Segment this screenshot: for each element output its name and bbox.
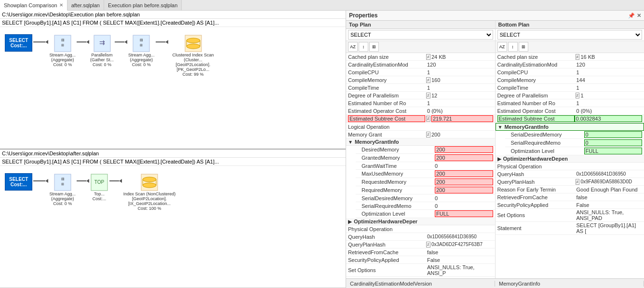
prop-query-hash-top: QueryHash 0x1D06566841D36950: [346, 233, 495, 241]
tab-showplan[interactable]: Showplan Comparison ✕: [0, 0, 67, 11]
optimizer-hardware-header-bottom[interactable]: ▶ OptimizerHardwareDepen: [496, 155, 644, 163]
node-index-scan-bottom[interactable]: Index Scan (NonClustered) [GeoIP2Locatio…: [123, 173, 176, 211]
sort-za-btn-top[interactable]: ↕: [359, 42, 368, 52]
prop-row-cached-size-bottom: Cached plan size ≠ 16 KB: [496, 53, 644, 61]
prop-serial-desired-top: SerialDesiredMemory 0: [356, 194, 495, 202]
prop-row-est-operator-bottom: Estimated Operator Cost 0 (0%): [496, 107, 644, 115]
svg-rect-18: [141, 174, 158, 191]
prop-row-logical-op-top: Logical Operation: [346, 123, 495, 131]
expand-icon: ▼: [498, 124, 503, 130]
top-plan-select-row: SELECT: [346, 29, 495, 41]
prop-row-est-rows-top: Estimated Number of Ro 1: [346, 99, 495, 107]
sort-az-btn-top[interactable]: AZ: [348, 42, 358, 52]
prop-row-cached-size-top: Cached plan size ≠ 24 KB: [346, 53, 495, 61]
clustered-scan-icon: [184, 34, 202, 53]
optimizer-hw-label-top: OptimizerHardwareDeper: [354, 219, 417, 224]
tab-after[interactable]: after.sqlplan: [67, 0, 104, 10]
prop-serial-required-top: SerialRequiredMemo 0: [356, 202, 495, 210]
pin-icon[interactable]: 📌: [628, 13, 635, 19]
prop-row-compilemem-bottom: CompileMemory 144: [496, 76, 644, 84]
prop-row-cardinality-top: CardinalityEstimationMod 120: [346, 61, 495, 69]
prop-requested-top: RequestedMemory 200: [356, 178, 495, 186]
optimizer-hw-label-bottom: OptimizerHardwareDepen: [503, 156, 568, 162]
svg-text:TOP: TOP: [94, 179, 105, 185]
prop-reason-early-bottom: Reason For Early Termin Good Enough Plan…: [496, 186, 644, 193]
tab-after-label: after.sqlplan: [71, 2, 100, 8]
node-stream-agg-top[interactable]: ▤ ⊞ Stream Agg... (Aggregate) Cost: 0 %: [49, 34, 76, 67]
memory-grant-info-header-bottom[interactable]: ▼ MemoryGrantInfo: [496, 123, 644, 131]
bottom-plan-label: Bottom Plan: [496, 21, 644, 29]
svg-text:▤: ▤: [61, 38, 64, 41]
prop-row-compilecpu-top: CompileCPU 1: [346, 69, 495, 76]
ne-indicator: ≠: [426, 93, 430, 98]
expand-icon: ▼: [348, 139, 353, 145]
tab-showplan-close[interactable]: ✕: [59, 2, 63, 8]
bottom-plan-query: SELECT [GroupBy1].[A1] AS [C1] FROM ( SE…: [0, 158, 346, 166]
prop-row-parallelism-top: Degree of Parallelism ≠ 12: [346, 92, 495, 99]
prop-serial-required-bottom: SerialRequiredMemo 0: [505, 139, 644, 147]
main-container: Showplan Comparison ✕ after.sqlplan Exec…: [0, 0, 644, 288]
ne-indicator: ≠: [576, 54, 580, 60]
prop-statement-bottom: Statement SELECT [GroupBy1].[A1] AS [: [496, 222, 644, 235]
close-icon[interactable]: ✕: [637, 13, 641, 19]
optimizer-hardware-header-top[interactable]: ▶ OptimizerHardwareDeper: [346, 218, 495, 225]
prop-query-plan-hash-bottom: QueryPlanHash ≠ 0x9FA869DA58863D0D: [496, 178, 644, 186]
bottom-plan-toolbar: AZ ↕ ⊞: [496, 41, 644, 53]
tab-bar: Showplan Comparison ✕ after.sqlplan Exec…: [0, 0, 644, 11]
prop-row-compilecpu-bottom: CompileCPU 1: [496, 69, 644, 76]
props-split: Top Plan SELECT AZ ↕ ⊞ Cached plan size …: [346, 21, 644, 278]
svg-text:⇉: ⇉: [99, 39, 105, 46]
memory-grant-info-header-top[interactable]: ▼ MemoryGrantInfo: [346, 138, 495, 146]
node-stream-agg2-top[interactable]: ▤ ⊞ Stream Agg... (Aggregate) Cost: 0 %: [128, 34, 155, 67]
select-cost-bottom: Cost:...: [9, 182, 28, 187]
tab-before-label: Execution plan before.sqlplan: [108, 2, 177, 8]
svg-point-20: [143, 183, 156, 188]
top-plan-select[interactable]: SELECT: [348, 30, 493, 40]
svg-point-10: [187, 44, 200, 49]
select-cost: Cost:...: [9, 43, 28, 48]
svg-text:▤: ▤: [61, 177, 64, 180]
prop-retrieved-cache-bottom: RetrievedFromCache false: [496, 193, 644, 201]
prop-row-cardinality-bottom: CardinalityEstimationMod 120: [496, 61, 644, 69]
stream-agg-bottom-icon: ▤ ⊞: [54, 173, 72, 192]
memory-grant-label: MemoryGrantInfo: [355, 139, 399, 145]
expand-icon: ▶: [497, 156, 501, 162]
sort-az-btn-bottom[interactable]: AZ: [497, 42, 507, 52]
bottom-plan-column: Bottom Plan SELECT AZ ↕ ⊞ Cached plan si…: [496, 21, 644, 278]
node-top-bottom[interactable]: TOP Top... Cost:...: [90, 173, 108, 201]
prop-row-compiletime-bottom: CompileTime 1: [496, 84, 644, 92]
top-plan-query: SELECT [GroupBy1].[A1] AS [C1] FROM ( SE…: [0, 19, 346, 27]
tab-before[interactable]: Execution plan before.sqlplan: [104, 0, 182, 10]
node-clustered-scan-top[interactable]: Clustered Index Scan (Cluster... [GeoIP2…: [169, 34, 217, 77]
memory-grant-label-bottom: MemoryGrantInfo: [504, 124, 549, 130]
svg-text:⊞: ⊞: [61, 43, 64, 47]
prop-physical-op-top: Physical Operation: [346, 225, 495, 233]
index-scan-icon: [140, 173, 159, 192]
bottom-plan-prop-list: Cached plan size ≠ 16 KB CardinalityEsti…: [496, 53, 644, 278]
bottom-plan-select[interactable]: SELECT: [497, 30, 643, 40]
expand-btn-bottom[interactable]: ⊞: [519, 42, 528, 52]
svg-point-9: [187, 38, 200, 43]
bottom-plan-select-row: SELECT: [496, 29, 644, 41]
node-stream-agg-bottom[interactable]: ▤ ⊞ Stream Agg... (Aggregate) Cost: 0 %: [49, 173, 76, 206]
prop-security-bottom: SecurityPolicyApplied False: [496, 201, 644, 209]
prop-row-parallelism-bottom: Degree of Parallelism ≠ 1: [496, 92, 644, 99]
top-node-icon: TOP: [90, 173, 108, 192]
top-plan-column: Top Plan SELECT AZ ↕ ⊞ Cached plan size …: [346, 21, 496, 278]
expand-btn-top[interactable]: ⊞: [369, 42, 379, 52]
select-label-bottom: SELECT: [9, 177, 28, 182]
node-select-bottom[interactable]: SELECT Cost:...: [5, 173, 32, 191]
node-select-top[interactable]: SELECT Cost:...: [5, 34, 32, 52]
prop-set-options-top: Set Options ANSI_NULLS: True, ANSI_P: [346, 264, 495, 277]
top-plan-label: Top Plan: [346, 21, 495, 29]
svg-text:⊞: ⊞: [61, 182, 64, 186]
status-left: CardinalityEstimationModelVersion: [346, 281, 495, 287]
prop-row-est-subtree-bottom: Estimated Subtree Cost 0.0032843: [496, 115, 644, 123]
node-parallelism-top[interactable]: ⇉ Parallelism (Gather St... Cost: 0 %: [90, 34, 114, 67]
stream-agg2-icon: ▤ ⊞: [132, 34, 150, 53]
prop-retrieved-cache-top: RetrievedFromCache false: [346, 248, 495, 256]
prop-desired-mem-top: DesiredMemory 200: [356, 146, 495, 154]
prop-max-used-top: MaxUsedMemory 200: [356, 170, 495, 178]
status-right: MemoryGrantInfo: [495, 281, 644, 287]
sort-za-btn-bottom[interactable]: ↕: [508, 42, 518, 52]
